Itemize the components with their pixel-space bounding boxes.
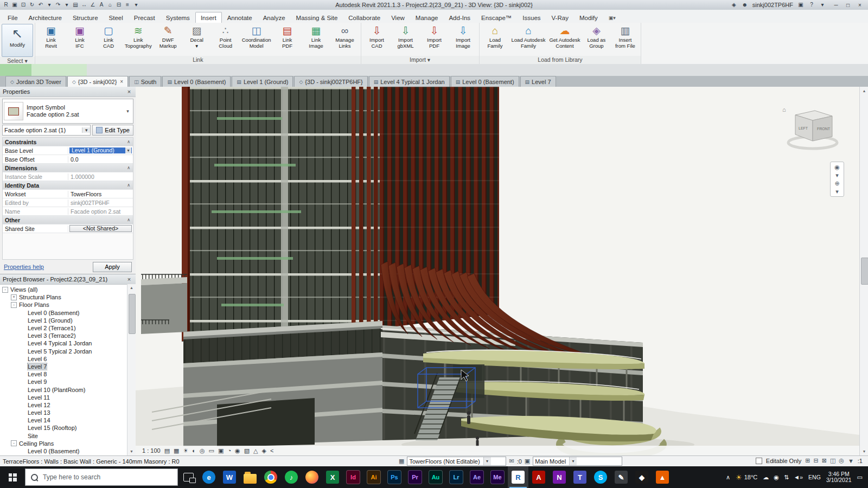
- rendering-dialog-icon[interactable]: ◎: [200, 447, 205, 454]
- type-selector[interactable]: Import Symbol Facade option 2.sat ▾: [2, 99, 133, 124]
- tree-item[interactable]: Level 1 (Ground): [0, 317, 127, 324]
- steering-wheel-icon[interactable]: ◉: [834, 164, 840, 170]
- property-row[interactable]: Workset TowerFloors ∧: [3, 190, 133, 198]
- after-effects-icon[interactable]: Ae: [467, 466, 487, 488]
- point-cloud-button[interactable]: ∴ Point Cloud: [212, 24, 240, 49]
- select-links-icon[interactable]: ⊞: [805, 457, 810, 464]
- drag-on-selection-icon[interactable]: ◎: [839, 457, 844, 464]
- section-collapse-icon[interactable]: ∧: [127, 183, 133, 188]
- viewport-scrollbar[interactable]: ▲ ▼: [859, 87, 868, 455]
- unity-icon[interactable]: ◆: [631, 466, 652, 488]
- property-row[interactable]: Other ∧: [3, 216, 133, 224]
- photoshop-icon[interactable]: Ps: [384, 466, 405, 488]
- steering-wheel-dropdown-icon[interactable]: ▾: [835, 172, 839, 178]
- 3d-model-canvas[interactable]: ⌂ LEFT FRONT: [136, 87, 859, 455]
- property-row[interactable]: Shared Site <Not Shared> ∧: [3, 224, 133, 233]
- volume-icon[interactable]: ◄»: [794, 474, 803, 481]
- print-icon[interactable]: ▤: [72, 1, 79, 9]
- design-options-icon[interactable]: ▣: [525, 458, 530, 465]
- select-underlay-icon[interactable]: ⊟: [813, 457, 818, 464]
- link-cad-button[interactable]: ▢ Link CAD: [94, 24, 123, 49]
- decal-button[interactable]: ▨ Decal ▾: [183, 24, 211, 49]
- menu-tab-add-ins[interactable]: Add-Ins: [443, 12, 476, 23]
- edit-type-button[interactable]: Edit Type: [92, 125, 133, 136]
- save-icon[interactable]: ▣: [11, 1, 18, 9]
- editing-requests-icon[interactable]: ✉: [509, 458, 514, 465]
- menu-tab-insert[interactable]: Insert: [195, 12, 222, 23]
- taskbar-search[interactable]: Type here to search: [25, 468, 178, 486]
- type-selector-dropdown-icon[interactable]: ▾: [124, 108, 132, 114]
- active-workset-select[interactable]: TowerFloors (Not Editable) ▾: [407, 457, 506, 466]
- combo-dropdown-icon[interactable]: ▾: [483, 457, 491, 465]
- signed-in-user[interactable]: sinkj002TP6HF: [752, 2, 793, 8]
- undo-icon[interactable]: ↶: [37, 1, 44, 9]
- view-tab-level-4-typical-1-jordan[interactable]: ▤ Level 4 Typical 1 Jordan ×: [369, 76, 450, 87]
- communication-center-icon[interactable]: ◈: [730, 1, 738, 9]
- customize-qat-icon[interactable]: ▾: [132, 1, 140, 9]
- property-row[interactable]: Constraints ∧: [3, 138, 133, 146]
- help-icon[interactable]: ?: [808, 1, 815, 9]
- undo-dropdown-icon[interactable]: ▾: [46, 1, 53, 9]
- tree-item[interactable]: Level 9: [0, 378, 127, 386]
- scroll-up-icon[interactable]: ▲: [127, 284, 136, 292]
- revit-icon[interactable]: R: [508, 466, 528, 488]
- collapse-view-bar-icon[interactable]: <: [270, 447, 273, 454]
- property-row[interactable]: Edited by sinkj002TP6HF ∧: [3, 198, 133, 207]
- menu-tab-analyze[interactable]: Analyze: [258, 12, 291, 23]
- editable-only-checkbox[interactable]: [756, 458, 762, 464]
- project-browser-scrollbar[interactable]: ▲ ▼: [127, 284, 136, 455]
- ribbon-group-label-import[interactable]: Import ▾: [361, 56, 479, 64]
- worksets-icon[interactable]: ▦: [399, 458, 404, 465]
- tree-item[interactable]: Level 6: [0, 355, 127, 363]
- autodesk-store-icon[interactable]: ▣: [797, 1, 805, 9]
- default-3d-view-icon[interactable]: ⌂: [106, 1, 114, 9]
- link-revit-button[interactable]: ▣ Link Revit: [37, 24, 65, 49]
- import-image-button[interactable]: ⇩ Import Image: [449, 24, 477, 49]
- link-ifc-button[interactable]: ▣ Link IFC: [66, 24, 94, 49]
- modify-button[interactable]: ↖ Modify: [2, 24, 33, 57]
- reveal-constraints-icon[interactable]: ◈: [262, 447, 266, 454]
- combo-dropdown-icon[interactable]: ▾: [82, 127, 90, 133]
- get-autodesk-content-button[interactable]: ☁ Get Autodesk Content: [547, 24, 582, 49]
- scroll-down-icon[interactable]: ▼: [860, 447, 868, 455]
- language-indicator[interactable]: ENG: [808, 474, 821, 480]
- import-pdf-button[interactable]: ⇩ Import PDF: [420, 24, 449, 49]
- tree-expander-icon[interactable]: -: [2, 287, 8, 293]
- tree-item[interactable]: - Floor Plans: [0, 301, 127, 309]
- element-filter-combo[interactable]: Facade option 2.sat (1) ▾: [2, 125, 91, 136]
- lightroom-icon[interactable]: Lr: [446, 466, 467, 488]
- indesign-icon[interactable]: Id: [343, 466, 363, 488]
- tree-item[interactable]: Level 0 (Basement): [0, 309, 127, 317]
- crop-view-icon[interactable]: ▭: [209, 447, 214, 454]
- property-row[interactable]: Dimensions ∧: [3, 164, 133, 172]
- spotify-icon[interactable]: ♪: [281, 466, 302, 488]
- link-pdf-button[interactable]: ▤ Link PDF: [273, 24, 302, 49]
- tree-item[interactable]: Level 4 Typical 1 Jordan: [0, 339, 127, 347]
- tree-item[interactable]: Level 2 (Terrace1): [0, 324, 127, 332]
- selection-filter-icon[interactable]: ▼: [848, 458, 854, 464]
- drawing-area[interactable]: ⌂ LEFT FRONT ◉▾⊕▾ 1 : 100: [136, 87, 859, 455]
- property-row[interactable]: Instance Scale 1.000000 ∧: [3, 172, 133, 181]
- menu-tab-manage[interactable]: Manage: [410, 12, 444, 23]
- link-topography-button[interactable]: ≋ Link Topography: [123, 24, 154, 49]
- acrobat-icon[interactable]: A: [528, 466, 549, 488]
- shadows-icon[interactable]: ◐: [192, 447, 196, 454]
- view-tab-3d-sinkj002[interactable]: ◇ {3D - sinkj002} ×: [67, 76, 128, 87]
- illustrator-icon[interactable]: Ai: [363, 466, 384, 488]
- properties-help-link[interactable]: Properties help: [4, 264, 44, 270]
- dwf-markup-button[interactable]: ✎ DWF Markup: [154, 24, 182, 49]
- tree-item[interactable]: - Ceiling Plans: [0, 440, 127, 447]
- action-center-icon[interactable]: ▭: [857, 474, 863, 481]
- user-icon[interactable]: ☻: [741, 1, 749, 9]
- menu-tab-structure[interactable]: Structure: [67, 12, 104, 23]
- menu-tab-enscape[interactable]: Enscape™: [476, 12, 517, 23]
- premiere-icon[interactable]: Pr: [405, 466, 425, 488]
- load-autodesk-family-button[interactable]: ⌂ Load Autodesk Family: [510, 24, 547, 49]
- podium-front[interactable]: [183, 321, 382, 447]
- load-family-button[interactable]: ⌂ Load Family: [481, 24, 509, 49]
- close-button[interactable]: ×: [854, 2, 866, 8]
- property-row[interactable]: Base Level Level 1 (Ground) ∧: [3, 146, 133, 155]
- select-by-face-icon[interactable]: ◫: [830, 457, 835, 464]
- insert-from-file-button[interactable]: ▥ Insert from File: [611, 24, 639, 49]
- tree-expander-icon[interactable]: -: [11, 440, 17, 446]
